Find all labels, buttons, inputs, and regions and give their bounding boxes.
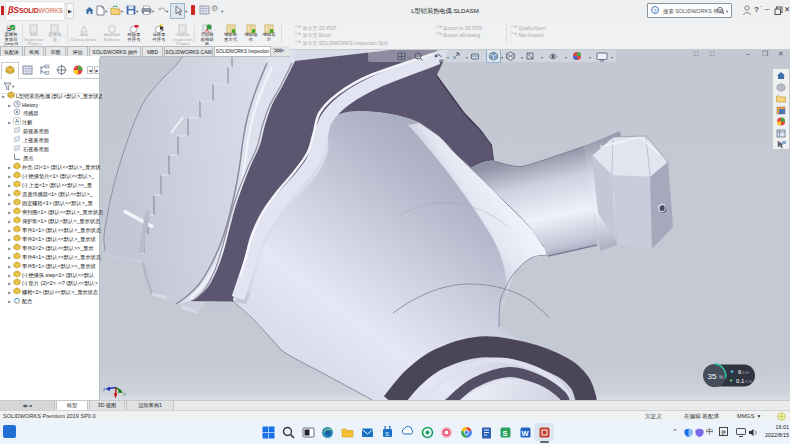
svg-text:35: 35 [708, 372, 717, 381]
svg-text:X: X [123, 392, 126, 397]
svg-text:KOH: KOH [745, 380, 753, 384]
svg-text:%: % [719, 375, 723, 380]
svg-text:KOH: KOH [742, 371, 750, 375]
svg-text:A: A [15, 119, 19, 125]
svg-text:S: S [385, 431, 389, 437]
svg-text:W: W [522, 429, 530, 438]
svg-text:0.1: 0.1 [736, 378, 745, 384]
svg-text:Z: Z [103, 387, 106, 392]
svg-text:S: S [503, 429, 508, 438]
